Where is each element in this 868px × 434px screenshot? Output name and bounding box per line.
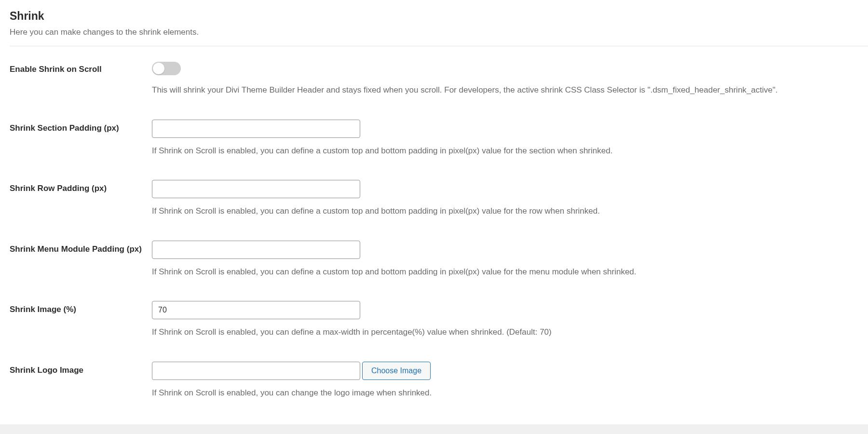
label-logo-image: Shrink Logo Image	[10, 366, 83, 375]
input-row-padding[interactable]	[152, 180, 360, 198]
row-enable-shrink: Enable Shrink on Scroll This will shrink…	[10, 61, 868, 96]
help-menu-padding: If Shrink on Scroll is enabled, you can …	[152, 266, 868, 278]
row-logo-image: Shrink Logo Image Choose Image If Shrink…	[10, 362, 868, 399]
row-menu-padding: Shrink Menu Module Padding (px) If Shrin…	[10, 241, 868, 278]
help-section-padding: If Shrink on Scroll is enabled, you can …	[152, 145, 868, 157]
label-image-percent: Shrink Image (%)	[10, 305, 76, 314]
input-logo-image[interactable]	[152, 362, 360, 380]
label-enable-shrink: Enable Shrink on Scroll	[10, 65, 102, 74]
input-section-padding[interactable]	[152, 120, 360, 138]
input-menu-padding[interactable]	[152, 241, 360, 259]
help-logo-image: If Shrink on Scroll is enabled, you can …	[152, 387, 868, 399]
row-section-padding: Shrink Section Padding (px) If Shrink on…	[10, 120, 868, 157]
row-row-padding: Shrink Row Padding (px) If Shrink on Scr…	[10, 180, 868, 217]
label-row-padding: Shrink Row Padding (px)	[10, 184, 107, 193]
choose-image-button[interactable]: Choose Image	[362, 362, 431, 380]
toggle-enable-shrink[interactable]	[152, 62, 181, 75]
row-image-percent: Shrink Image (%) If Shrink on Scroll is …	[10, 301, 868, 339]
section-header: Shrink Here you can make changes to the …	[10, 10, 868, 46]
label-menu-padding: Shrink Menu Module Padding (px)	[10, 244, 142, 254]
section-description: Here you can make changes to the shrink …	[10, 27, 868, 37]
input-image-percent[interactable]	[152, 301, 360, 319]
toggle-knob	[153, 63, 164, 74]
section-title: Shrink	[10, 10, 868, 23]
help-row-padding: If Shrink on Scroll is enabled, you can …	[152, 205, 868, 217]
help-image-percent: If Shrink on Scroll is enabled, you can …	[152, 326, 868, 339]
help-enable-shrink: This will shrink your Divi Theme Builder…	[152, 84, 868, 96]
label-section-padding: Shrink Section Padding (px)	[10, 123, 119, 133]
